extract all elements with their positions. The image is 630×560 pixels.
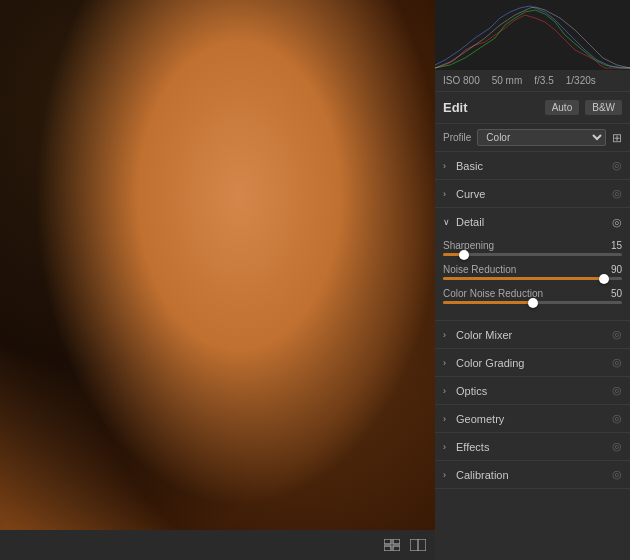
- color-noise-fill: [443, 301, 533, 304]
- color-noise-track[interactable]: [443, 301, 622, 304]
- eye-curve[interactable]: ◎: [612, 187, 622, 200]
- noise-reduction-value: 90: [611, 264, 622, 275]
- label-calibration: Calibration: [456, 469, 509, 481]
- label-geometry: Geometry: [456, 413, 504, 425]
- profile-label: Profile: [443, 132, 471, 143]
- camera-info: ISO 800 50 mm f/3.5 1/320s: [435, 70, 630, 92]
- eye-geometry[interactable]: ◎: [612, 412, 622, 425]
- eye-basic[interactable]: ◎: [612, 159, 622, 172]
- section-geometry[interactable]: › Geometry ◎: [435, 405, 630, 433]
- color-noise-label: Color Noise Reduction: [443, 288, 543, 299]
- svg-rect-0: [384, 539, 391, 544]
- photo-bottom-bar: [0, 530, 435, 560]
- noise-reduction-label: Noise Reduction: [443, 264, 516, 275]
- chevron-curve: ›: [443, 189, 451, 199]
- iso-value: ISO 800: [443, 75, 480, 86]
- aperture: f/3.5: [534, 75, 553, 86]
- bw-button[interactable]: B&W: [585, 100, 622, 115]
- section-curve[interactable]: › Curve ◎: [435, 180, 630, 208]
- section-color-grading[interactable]: › Color Grading ◎: [435, 349, 630, 377]
- label-effects: Effects: [456, 441, 489, 453]
- label-optics: Optics: [456, 385, 487, 397]
- section-detail: ∨ Detail ◎ Sharpening 15: [435, 208, 630, 321]
- svg-rect-1: [393, 539, 400, 544]
- chevron-geometry: ›: [443, 414, 451, 424]
- sharpening-value: 15: [611, 240, 622, 251]
- section-basic[interactable]: › Basic ◎: [435, 152, 630, 180]
- photo-background: [0, 0, 435, 560]
- grid-icon[interactable]: [383, 538, 401, 552]
- chevron-calibration: ›: [443, 470, 451, 480]
- sharpening-track[interactable]: [443, 253, 622, 256]
- eye-calibration[interactable]: ◎: [612, 468, 622, 481]
- section-optics[interactable]: › Optics ◎: [435, 377, 630, 405]
- section-effects[interactable]: › Effects ◎: [435, 433, 630, 461]
- color-noise-thumb[interactable]: [528, 298, 538, 308]
- chevron-effects: ›: [443, 442, 451, 452]
- chevron-detail: ∨: [443, 217, 451, 227]
- chevron-basic: ›: [443, 161, 451, 171]
- sharpening-thumb[interactable]: [459, 250, 469, 260]
- noise-reduction-thumb[interactable]: [599, 274, 609, 284]
- label-basic: Basic: [456, 160, 483, 172]
- eye-color-grading[interactable]: ◎: [612, 356, 622, 369]
- svg-rect-2: [384, 546, 391, 551]
- auto-button[interactable]: Auto: [545, 100, 580, 115]
- eye-color-mixer[interactable]: ◎: [612, 328, 622, 341]
- panel-scroll[interactable]: › Basic ◎ › Curve ◎ ∨ Detail ◎: [435, 152, 630, 560]
- edit-header: Edit Auto B&W: [435, 92, 630, 124]
- edit-title: Edit: [443, 100, 468, 115]
- detail-header[interactable]: ∨ Detail ◎: [435, 208, 630, 236]
- edit-buttons: Auto B&W: [545, 100, 622, 115]
- eye-detail[interactable]: ◎: [612, 216, 622, 229]
- detail-content: Sharpening 15 Noise Reduction 90: [435, 236, 630, 320]
- profile-select[interactable]: Color Adobe Color Adobe Landscape: [477, 129, 606, 146]
- chevron-color-mixer: ›: [443, 330, 451, 340]
- photo-area: [0, 0, 435, 560]
- section-calibration[interactable]: › Calibration ◎: [435, 461, 630, 489]
- svg-rect-3: [393, 546, 400, 551]
- shutter-speed: 1/320s: [566, 75, 596, 86]
- sharpening-label: Sharpening: [443, 240, 494, 251]
- label-color-grading: Color Grading: [456, 357, 524, 369]
- color-noise-value: 50: [611, 288, 622, 299]
- split-icon[interactable]: [409, 538, 427, 552]
- face-overlay: [0, 0, 435, 560]
- histogram-area: [435, 0, 630, 70]
- noise-reduction-row: Noise Reduction 90: [443, 264, 622, 280]
- sharpening-row: Sharpening 15: [443, 240, 622, 256]
- chevron-color-grading: ›: [443, 358, 451, 368]
- focal-length: 50 mm: [492, 75, 523, 86]
- label-color-mixer: Color Mixer: [456, 329, 512, 341]
- color-noise-row: Color Noise Reduction 50: [443, 288, 622, 304]
- eye-optics[interactable]: ◎: [612, 384, 622, 397]
- noise-reduction-fill: [443, 277, 604, 280]
- label-curve: Curve: [456, 188, 485, 200]
- right-panel: ISO 800 50 mm f/3.5 1/320s Edit Auto B&W…: [435, 0, 630, 560]
- chevron-optics: ›: [443, 386, 451, 396]
- eye-effects[interactable]: ◎: [612, 440, 622, 453]
- noise-reduction-track[interactable]: [443, 277, 622, 280]
- profile-grid-icon[interactable]: ⊞: [612, 131, 622, 145]
- section-color-mixer[interactable]: › Color Mixer ◎: [435, 321, 630, 349]
- label-detail: Detail: [456, 216, 484, 228]
- profile-row: Profile Color Adobe Color Adobe Landscap…: [435, 124, 630, 152]
